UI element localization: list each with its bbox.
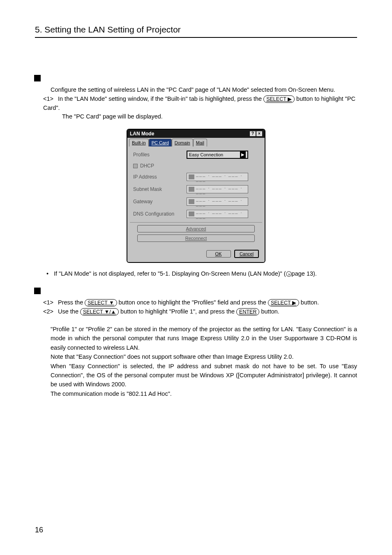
select-right-button-label: SELECT ▶ — [268, 299, 299, 307]
explanation-paragraph: "Profile 1" or "Profile 2" can be stored… — [51, 325, 357, 399]
enter-button-label: ENTER — [236, 308, 259, 316]
section-marker — [34, 288, 41, 294]
dialog-titlebar-icons: ? × — [250, 131, 262, 136]
step-text: Use the — [58, 308, 80, 315]
tab-pc-card: PC Card — [149, 139, 172, 146]
subnet-label: Subnet Mask — [133, 186, 187, 192]
profiles-label: Profiles — [133, 152, 187, 158]
dropdown-arrow-icon: ▶ — [240, 151, 246, 158]
cancel-button: Cancel — [234, 250, 259, 258]
note-text-a: If "LAN Mode" is not displayed, refer to… — [54, 270, 286, 277]
gateway-label: Gateway — [133, 199, 187, 204]
dialog-title-text: LAN Mode — [130, 131, 154, 137]
keyboard-icon — [189, 187, 194, 192]
step-text: button. — [259, 308, 279, 315]
section-marker — [34, 75, 41, 81]
gateway-field: ___ . ___ . ___ . ___ — [187, 197, 248, 206]
ip-field: ___ . ___ . ___ . ___ — [187, 173, 248, 181]
keyboard-icon — [189, 174, 194, 179]
ip-placeholder: ___ . ___ . ___ . ___ — [196, 172, 246, 182]
step-1: <1>In the "LAN Mode" setting window, if … — [43, 95, 357, 113]
subnet-placeholder: ___ . ___ . ___ . ___ — [196, 184, 246, 194]
dns-row: DNS Configuration ___ . ___ . ___ . ___ — [133, 210, 259, 218]
gateway-placeholder: ___ . ___ . ___ . ___ — [196, 197, 246, 207]
note-text-b: page 13). — [292, 270, 317, 277]
step-text: button once to highlight the "Profiles" … — [117, 299, 268, 306]
step-text: button to highlight "Profile 1", and pre… — [119, 308, 236, 315]
tab-domain: Domain — [172, 139, 193, 146]
tab-builtin: Built-in — [129, 139, 149, 146]
ip-label: IP Address — [133, 174, 187, 180]
dhcp-checkbox: DHCP — [133, 163, 154, 169]
tab-mail: Mail — [193, 139, 207, 146]
select-down-button-label: SELECT ▼ — [85, 299, 117, 307]
sec2-step-2: <2>Use the SELECT ▼/▲ button to highligh… — [43, 307, 357, 316]
step-1-line2: The "PC Card" page will be displayed. — [62, 112, 357, 121]
checkbox-icon — [133, 164, 138, 168]
select-updown-button-label: SELECT ▼/▲ — [80, 308, 119, 316]
gateway-row: Gateway ___ . ___ . ___ . ___ — [133, 197, 259, 206]
keyboard-icon — [189, 199, 194, 204]
page-number: 16 — [35, 526, 43, 534]
select-right-button-label: SELECT ▶ — [263, 95, 295, 103]
lan-mode-dialog-screenshot: LAN Mode ? × Built-in PC Card Domain Mai… — [127, 129, 265, 263]
reconnect-button: Reconnect — [137, 235, 255, 242]
bullet-dot: • — [46, 270, 54, 277]
step-text: Press the — [58, 299, 85, 306]
ok-button: OK — [206, 250, 231, 258]
help-icon: ? — [250, 131, 256, 136]
profiles-row: Profiles Easy Connection ▶ — [133, 151, 259, 159]
step-text-a: In the "LAN Mode" setting window, if the… — [58, 95, 263, 102]
dialog-tabs: Built-in PC Card Domain Mail — [127, 138, 265, 146]
dns-field: ___ . ___ . ___ . ___ — [187, 210, 248, 218]
sec2-step-1: <1>Press the SELECT ▼ button once to hig… — [43, 298, 357, 307]
step-text: button. — [299, 299, 319, 306]
dialog-bottom-buttons: OK Cancel — [127, 246, 265, 262]
advanced-button: Advanced — [137, 225, 255, 232]
dialog-titlebar: LAN Mode ? × — [127, 130, 265, 138]
step-number: <2> — [43, 307, 58, 316]
dialog-button-row: Advanced Reconnect — [130, 222, 262, 244]
profiles-value: Easy Connection — [189, 152, 223, 157]
profiles-dropdown: Easy Connection ▶ — [187, 151, 248, 159]
page-ref-icon — [286, 271, 292, 277]
dns-label: DNS Configuration — [133, 211, 187, 217]
intro-text: Configure the setting of wireless LAN in… — [51, 86, 357, 95]
dhcp-label: DHCP — [140, 163, 154, 169]
close-icon: × — [256, 131, 262, 136]
section-header: 5. Setting the LAN Setting of Projector — [35, 25, 357, 38]
subnet-field: ___ . ___ . ___ . ___ — [187, 185, 248, 193]
subnet-row: Subnet Mask ___ . ___ . ___ . ___ — [133, 185, 259, 193]
step-number: <1> — [43, 298, 58, 307]
dhcp-row: DHCP — [133, 163, 259, 169]
note-bullet: •If "LAN Mode" is not displayed, refer t… — [46, 270, 357, 277]
keyboard-icon — [189, 211, 194, 216]
dns-placeholder: ___ . ___ . ___ . ___ — [196, 209, 246, 219]
step-number: <1> — [43, 95, 58, 104]
ip-row: IP Address ___ . ___ . ___ . ___ — [133, 173, 259, 181]
